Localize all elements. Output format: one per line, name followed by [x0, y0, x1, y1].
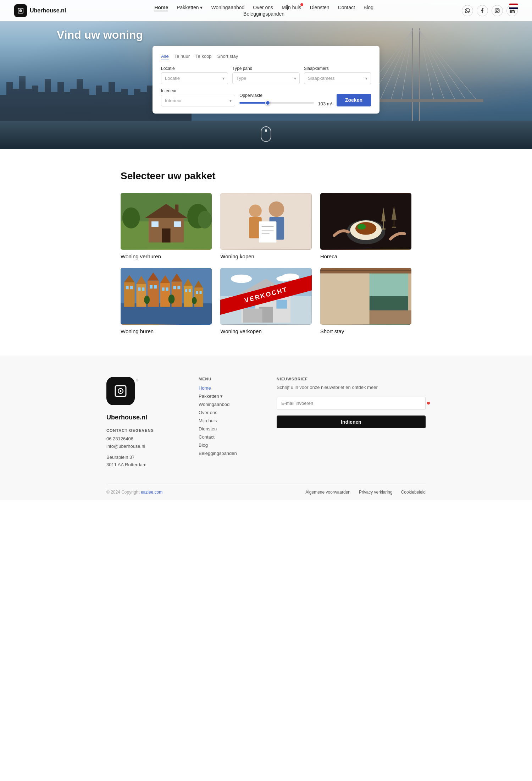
footer-menu-contact[interactable]: Contact — [199, 434, 255, 440]
footer-link-algemene[interactable]: Algemene voorwaarden — [305, 490, 350, 495]
type-select[interactable]: Type — [232, 72, 299, 84]
package-img-verkopen: VERKOCHT — [220, 268, 311, 325]
nav-contact[interactable]: Contact — [338, 5, 355, 10]
svg-rect-76 — [194, 287, 203, 307]
footer-link-cookiebeleid[interactable]: Cookiebeleid — [401, 490, 426, 495]
svg-point-43 — [358, 224, 366, 230]
footer-newsletter-title: NIEUWSBRIEF — [277, 377, 426, 381]
oppervlakte-value-area: 103 m² Zoeken — [318, 94, 371, 106]
footer: © Uberhouse.nl CONTACT GEGEVENS 06 28126… — [0, 356, 532, 500]
svg-point-5 — [498, 9, 499, 10]
main-nav: Home Pakketten ▾ Woningaanbod Over ons M… — [154, 5, 373, 17]
footer-bottom-links: Algemene voorwaarden Privacy verklaring … — [305, 490, 426, 495]
scroll-indicator — [261, 126, 271, 142]
newsletter-form — [277, 397, 426, 410]
nav-home[interactable]: Home — [154, 5, 168, 10]
logo-icon — [14, 4, 27, 17]
svg-rect-66 — [162, 287, 165, 291]
tab-te-huur[interactable]: Te huur — [174, 53, 190, 60]
svg-rect-49 — [392, 227, 396, 228]
svg-point-85 — [231, 275, 252, 283]
nav-over-ons[interactable]: Over ons — [253, 5, 273, 10]
locatie-select[interactable]: Locatie — [161, 72, 228, 84]
package-label-huren: Woning huren — [121, 328, 212, 334]
svg-rect-29 — [175, 204, 178, 211]
footer-contact-title: CONTACT GEGEVENS — [106, 428, 177, 433]
footer-address-line2: 3011 AA Rotterdam — [106, 462, 177, 467]
instagram-button[interactable] — [492, 5, 503, 16]
nav-beleggingspanden[interactable]: Beleggingspanden — [243, 11, 284, 17]
nav-woningaanbod[interactable]: Woningaanbod — [211, 5, 244, 10]
package-woning-huren[interactable]: Woning huren — [121, 268, 212, 334]
nav-mijn-huis[interactable]: Mijn huis — [282, 5, 301, 10]
svg-rect-45 — [383, 221, 384, 229]
svg-rect-98 — [369, 272, 408, 296]
oppervlakte-label: Oppervlakte — [239, 93, 314, 98]
svg-point-80 — [144, 296, 150, 304]
footer-copyright: © 2024 Copyright eazlee.com — [106, 490, 162, 495]
newsletter-submit-button[interactable]: Indienen — [277, 416, 426, 428]
footer-menu-mijn-huis[interactable]: Mijn huis — [199, 418, 255, 423]
svg-rect-56 — [137, 284, 146, 307]
nav-blog[interactable]: Blog — [364, 5, 373, 10]
footer-logo-name: Uberhouse.nl — [106, 414, 177, 421]
svg-rect-71 — [177, 286, 180, 289]
nav-pakketten[interactable]: Pakketten ▾ — [177, 5, 203, 10]
tab-alle[interactable]: Alle — [161, 53, 169, 60]
svg-point-2 — [20, 10, 21, 11]
footer-top: © Uberhouse.nl CONTACT GEGEVENS 06 28126… — [106, 377, 426, 484]
range-slider[interactable] — [239, 99, 314, 106]
search-row-1: Locatie Locatie Type pand Type — [161, 66, 371, 84]
package-woning-kopen[interactable]: Woning kopen — [220, 193, 311, 259]
flag-nl[interactable] — [509, 4, 518, 9]
interieur-select[interactable]: Interieur — [161, 95, 235, 106]
svg-rect-67 — [166, 287, 168, 291]
copyright-symbol: © — [136, 378, 138, 382]
whatsapp-button[interactable] — [462, 5, 473, 16]
hero-section: Vind uw woning Alle Te huur Te koop Shor… — [0, 0, 532, 149]
type-field: Type pand Type — [232, 66, 299, 84]
footer-email: info@uberhouse.nl — [106, 444, 177, 449]
footer-phone: 06 28126406 — [106, 436, 177, 441]
interieur-label: Interieur — [161, 88, 235, 93]
svg-rect-63 — [154, 285, 157, 288]
footer-menu-diensten[interactable]: Diensten — [199, 426, 255, 431]
svg-rect-64 — [160, 283, 170, 307]
footer-menu-home[interactable]: Home — [199, 385, 255, 391]
package-woning-verkopen[interactable]: VERKOCHT Woning verkopen — [220, 268, 311, 334]
slaapkamers-select[interactable]: Slaapkamers — [304, 72, 371, 84]
footer-menu-pakketten[interactable]: Pakketten ▾ — [199, 394, 255, 399]
footer-menu: MENU Home Pakketten ▾ Woningaanbod Over … — [199, 377, 255, 469]
package-img-kopen — [220, 193, 311, 250]
zoeken-button[interactable]: Zoeken — [337, 94, 371, 106]
package-short-stay[interactable]: Short stay — [320, 268, 411, 334]
svg-rect-105 — [320, 270, 411, 271]
package-woning-verhuren[interactable]: Woning verhuren — [121, 193, 212, 259]
svg-point-82 — [192, 297, 197, 304]
footer-menu-beleggingspanden[interactable]: Beleggingspanden — [199, 451, 255, 456]
svg-rect-27 — [151, 221, 159, 227]
logo[interactable]: Uberhouse.nl — [14, 4, 66, 17]
footer-link-privacy[interactable]: Privacy verklaring — [359, 490, 393, 495]
footer-menu-blog[interactable]: Blog — [199, 442, 255, 448]
newsletter-input[interactable] — [277, 397, 426, 410]
footer-menu-over-ons[interactable]: Over ons — [199, 410, 255, 415]
facebook-button[interactable] — [477, 5, 488, 16]
svg-rect-59 — [142, 287, 144, 291]
package-horeca[interactable]: Horeca — [320, 193, 411, 259]
svg-rect-93 — [243, 309, 262, 323]
tab-te-koop[interactable]: Te koop — [195, 53, 212, 60]
tab-short-stay[interactable]: Short stay — [217, 53, 238, 60]
search-row-2: Interieur Interieur Oppervlakte — [161, 88, 371, 106]
svg-rect-58 — [138, 287, 140, 291]
footer-newsletter-text: Schrijf u in voor onze nieuwsbrief en on… — [277, 384, 426, 391]
svg-point-4 — [496, 10, 498, 12]
footer-menu-woningaanbod[interactable]: Woningaanbod — [199, 402, 255, 407]
footer-eazlee-link[interactable]: eazlee.com — [141, 490, 162, 495]
svg-point-33 — [269, 202, 284, 217]
svg-rect-62 — [150, 285, 153, 288]
slaapkamers-label: Slaapkamers — [304, 66, 371, 71]
svg-rect-92 — [277, 300, 287, 309]
svg-point-81 — [168, 295, 175, 304]
nav-diensten[interactable]: Diensten — [310, 5, 329, 10]
